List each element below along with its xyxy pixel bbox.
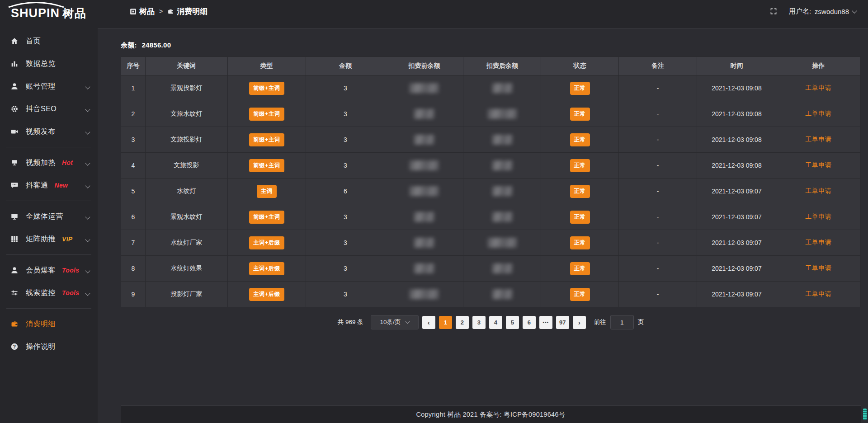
sidebar-item-label: 会员爆客	[26, 266, 56, 275]
type-badge: 前缀+主词	[249, 211, 284, 224]
cell-keyword: 水纹灯	[145, 179, 227, 204]
hot-badge: Hot	[62, 159, 73, 166]
menu-divider	[6, 254, 91, 255]
page-size-select[interactable]: 10条/页	[371, 315, 419, 329]
page-button-4[interactable]: 4	[489, 316, 502, 329]
table-row: 5 水纹灯 主词 6 正常 - 2021-12-03 09:07 工单申请	[121, 179, 861, 204]
status-badge: 正常	[570, 133, 590, 146]
cell-balance-before	[385, 101, 463, 127]
sidebar-item-douyin-seo[interactable]: 抖音SEO	[0, 98, 98, 120]
ticket-request-link[interactable]: 工单申请	[805, 213, 831, 220]
ticket-request-link[interactable]: 工单申请	[805, 136, 831, 143]
fullscreen-icon[interactable]	[770, 8, 777, 15]
table-row: 3 文旅投影灯 前缀+主词 3 正常 - 2021-12-03 09:08 工单…	[121, 127, 861, 153]
cell-status: 正常	[541, 282, 619, 307]
sidebar-item-label: 抖音SEO	[26, 104, 57, 114]
sidebar-item-member-baoke[interactable]: 会员爆客 Tools	[0, 259, 98, 282]
username-label: 用户名:	[789, 7, 811, 16]
table-row: 7 水纹灯厂家 主词+后缀 3 正常 - 2021-12-03 09:07 工单…	[121, 230, 861, 256]
breadcrumb-current: 消费明细	[167, 6, 208, 17]
cell-type: 主词+后缀	[227, 230, 306, 256]
ticket-request-link[interactable]: 工单申请	[805, 290, 831, 297]
page-button-97[interactable]: 97	[556, 316, 569, 329]
status-badge: 正常	[570, 108, 590, 121]
cell-balance-after	[463, 230, 541, 256]
cell-time: 2021-12-03 09:07	[697, 179, 776, 204]
sidebar-item-matrix-boost[interactable]: 矩阵助推 VIP	[0, 228, 98, 250]
sidebar-menu: 首页 数据总览 账号管理 抖音SEO 视频发布	[0, 26, 98, 358]
ticket-request-link[interactable]: 工单申请	[805, 264, 831, 272]
cell-status: 正常	[541, 204, 619, 230]
cell-index: 4	[121, 153, 146, 179]
page-button-6[interactable]: 6	[523, 316, 536, 329]
new-badge: New	[55, 182, 68, 189]
goto-unit: 页	[638, 318, 644, 326]
cell-type: 前缀+主词	[227, 127, 306, 153]
menu-divider	[6, 308, 91, 309]
ticket-request-link[interactable]: 工单申请	[805, 110, 831, 117]
sidebar-item-video-heat[interactable]: 视频加热 Hot	[0, 151, 98, 174]
page-button-3[interactable]: 3	[472, 316, 486, 329]
sidebar-item-label: 矩阵助推	[26, 235, 56, 244]
page-button-1[interactable]: 1	[439, 316, 452, 329]
video-camera-icon	[10, 127, 19, 136]
cell-balance-before	[385, 179, 463, 204]
sidebar-item-consumption-detail[interactable]: 消费明细	[0, 313, 98, 335]
cell-type: 主词	[227, 179, 306, 204]
redacted-value	[409, 289, 439, 299]
cell-status: 正常	[541, 101, 619, 127]
cell-action: 工单申请	[776, 75, 861, 101]
col-amount: 金额	[306, 57, 385, 75]
redacted-value	[414, 238, 434, 248]
user-dropdown[interactable]: 用户名: zswodun88	[789, 7, 856, 16]
content: 余额: 24856.00 序号 关键词 类型 金额 扣费前余额 扣费后余额 状态…	[98, 29, 868, 423]
sidebar-item-video-publish[interactable]: 视频发布	[0, 120, 98, 143]
balance: 余额: 24856.00	[121, 41, 861, 50]
goto-page-input[interactable]	[610, 315, 634, 329]
cell-keyword: 文旅水纹灯	[145, 101, 227, 127]
table-header-row: 序号 关键词 类型 金额 扣费前余额 扣费后余额 状态 备注 时间 操作	[121, 57, 861, 75]
sidebar-item-label: 账号管理	[26, 82, 56, 91]
cell-amount: 3	[306, 101, 385, 127]
cell-balance-after	[463, 282, 541, 307]
menu-divider	[6, 201, 91, 201]
ticket-request-link[interactable]: 工单申请	[805, 161, 831, 169]
sidebar-item-data-overview[interactable]: 数据总览	[0, 52, 98, 75]
redacted-value	[492, 83, 513, 93]
sidebar-item-lead-monitor[interactable]: 线索监控 Tools	[0, 282, 98, 304]
type-badge: 前缀+主词	[249, 159, 284, 172]
status-badge: 正常	[570, 288, 590, 301]
next-page-button[interactable]: ›	[573, 316, 586, 329]
sidebar: SHUPIN 树品 首页 数据总览 账号管理 抖音SEO	[0, 0, 98, 423]
chevron-down-icon	[86, 127, 90, 136]
sidebar-item-label: 数据总览	[26, 59, 56, 69]
cell-status: 正常	[541, 256, 619, 282]
sidebar-item-instructions[interactable]: ? 操作说明	[0, 335, 98, 358]
menu-divider	[6, 147, 91, 147]
cell-balance-after	[463, 75, 541, 101]
page-button-2[interactable]: 2	[456, 316, 469, 329]
sidebar-item-douketong[interactable]: 抖客通 New	[0, 174, 98, 197]
breadcrumb-root[interactable]: 树品	[130, 6, 155, 17]
cell-status: 正常	[541, 179, 619, 204]
breadcrumb: 树品 > 消费明细	[130, 6, 208, 17]
svg-text:?: ?	[13, 344, 16, 349]
ticket-request-link[interactable]: 工单申请	[805, 187, 831, 194]
scrollbar-thumb[interactable]	[863, 409, 867, 420]
breadcrumb-current-label: 消费明细	[177, 6, 208, 17]
more-pages-button[interactable]: •••	[539, 316, 552, 329]
col-balance-before: 扣费前余额	[385, 57, 463, 75]
col-time: 时间	[697, 57, 776, 75]
prev-page-button[interactable]: ‹	[422, 316, 435, 329]
chat-bubble-icon	[10, 181, 19, 189]
cell-status: 正常	[541, 75, 619, 101]
sidebar-item-omni-media[interactable]: 全媒体运营	[0, 205, 98, 228]
ticket-request-link[interactable]: 工单申请	[805, 84, 831, 91]
cell-keyword: 文旅投影	[145, 153, 227, 179]
page-button-5[interactable]: 5	[506, 316, 519, 329]
ticket-request-link[interactable]: 工单申请	[805, 239, 831, 246]
sidebar-item-account-management[interactable]: 账号管理	[0, 75, 98, 98]
sidebar-item-home[interactable]: 首页	[0, 30, 98, 52]
cell-action: 工单申请	[776, 101, 861, 127]
cell-amount: 3	[306, 230, 385, 256]
